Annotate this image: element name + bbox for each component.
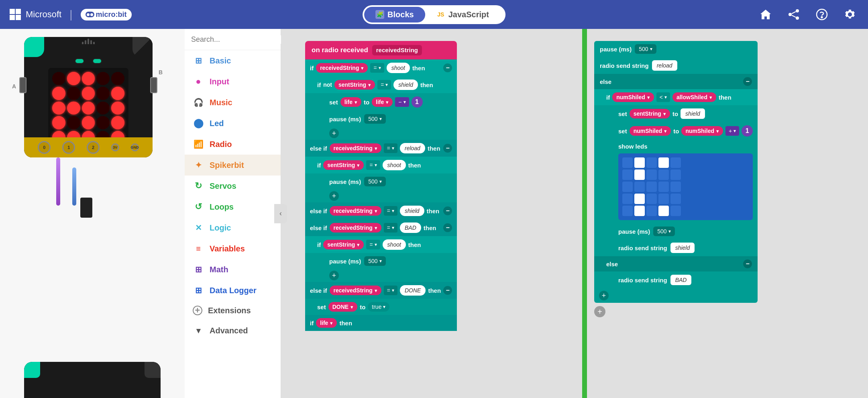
done-arrow: ▾ [350, 304, 353, 310]
sidebar-item-math[interactable]: ⊞ Math [185, 259, 281, 280]
life-var-2[interactable]: life ▾ [316, 318, 337, 328]
collapse-btn-3[interactable]: − [443, 206, 452, 215]
life-val-dropdown[interactable]: life ▾ [372, 97, 393, 107]
else-if-shield-block[interactable]: else if receivedString ▾ = ▾ shield then [305, 202, 457, 219]
eq-op-7[interactable]: = ▾ [366, 240, 380, 249]
eq-op-3[interactable]: = ▾ [384, 143, 397, 153]
minus-op[interactable]: − ▾ [395, 97, 409, 107]
tab-blocks[interactable]: 🧩 Blocks [364, 7, 425, 22]
eq-op-4[interactable]: = ▾ [366, 160, 380, 170]
r-pause-value-1[interactable]: 500 ▾ [635, 44, 656, 54]
life-var-dropdown[interactable]: life ▾ [340, 97, 361, 107]
pause-value-3[interactable]: 500 ▾ [364, 256, 385, 266]
sidebar-item-extensions[interactable]: + Extensions [185, 301, 281, 320]
r-set-sentstring-shield[interactable]: set sentString ▾ to shield [594, 105, 758, 122]
done-var-dropdown[interactable]: DONE ▾ [328, 302, 357, 312]
sidebar-item-data-logger[interactable]: ⊞ Data Logger [185, 280, 281, 301]
eq-op-1[interactable]: = ▾ [370, 63, 384, 73]
else-if-reload-block[interactable]: else if receivedString ▾ = ▾ reload then [305, 140, 457, 157]
r-pause-block-2[interactable]: pause (ms) 500 ▾ [594, 223, 758, 239]
r-plus-btn[interactable]: + [599, 291, 609, 300]
received-string-var-4[interactable]: receivedString ▾ [330, 223, 381, 233]
true-dropdown[interactable]: true ▾ [368, 302, 389, 312]
pause-value-1[interactable]: 500 ▾ [364, 114, 385, 124]
else-if-bad-block[interactable]: else if receivedString ▾ = ▾ BAD then − [305, 219, 457, 236]
tab-dropdown-arrow[interactable]: ▾ [489, 10, 493, 19]
r-set-numshiled-block[interactable]: set numShiled ▾ to numShiled ▾ + ▾ [594, 122, 758, 140]
r-plus-op[interactable]: + ▾ [725, 126, 739, 136]
pause-value-2[interactable]: 500 ▾ [364, 177, 385, 186]
received-string-var-3[interactable]: receivedString ▾ [330, 206, 381, 216]
sent-string-var-3[interactable]: sentString ▾ [323, 240, 364, 249]
collapse-btn-2[interactable]: − [443, 144, 452, 153]
sidebar-collapse-toggle[interactable]: ‹ [274, 204, 287, 223]
button-b[interactable] [150, 77, 157, 93]
block-workspace[interactable]: on radio received receivedString if rece… [281, 29, 868, 398]
received-string-var-2[interactable]: receivedString ▾ [330, 143, 381, 153]
r-collapse-else-2[interactable]: − [743, 259, 752, 268]
r-if-numshiled-block[interactable]: if numShiled ▾ < ▾ allowShiled ▾ then [594, 89, 758, 105]
tab-javascript[interactable]: JS JavaScript ▾ [425, 7, 504, 22]
sidebar-item-led[interactable]: ⬤ Led [185, 113, 281, 134]
expand-1[interactable]: − [443, 63, 452, 72]
pause-block-1[interactable]: pause (ms) 500 ▾ [305, 111, 457, 127]
help-button[interactable] [813, 6, 830, 23]
r-numshiled-var[interactable]: numShiled ▾ [612, 92, 654, 102]
if-sent-shoot-block[interactable]: if sentString ▾ = ▾ shoot then [305, 157, 457, 173]
r-numshiled-val-2[interactable]: numShiled ▾ [681, 126, 723, 136]
sidebar-item-input[interactable]: ● Input [185, 71, 281, 92]
if-not-shield-block[interactable]: if not sentString ▾ = ▾ shield then [305, 76, 457, 93]
sent-string-var[interactable]: sentString ▾ [334, 80, 375, 90]
settings-button[interactable] [842, 6, 858, 23]
plus-btn-1[interactable]: + [329, 129, 339, 138]
sidebar-item-variables[interactable]: ≡ Variables [185, 238, 281, 259]
if-life-block[interactable]: if life ▾ then [305, 315, 457, 331]
r-allowshiled-var[interactable]: allowShiled ▾ [672, 92, 716, 102]
share-button[interactable] [785, 6, 802, 23]
sent-string-var-2[interactable]: sentString ▾ [323, 160, 364, 170]
sidebar-scroll[interactable]: ⊞ Basic ● Input 🎧 Music ⬤ Led 📶 Radio ✦ [185, 50, 281, 398]
sidebar-item-spikerbit[interactable]: ✦ Spikerbit [185, 155, 281, 176]
sidebar-item-loops[interactable]: ↺ Loops [185, 196, 281, 217]
r-radio-send-shield[interactable]: radio send string shield [594, 239, 758, 256]
r-radio-send-bad[interactable]: radio send string BAD [594, 271, 758, 288]
microbit-logo[interactable]: micro:bit [81, 9, 132, 20]
else-if-done-block[interactable]: else if receivedString ▾ = ▾ DONE then − [305, 282, 457, 299]
hat-block[interactable]: on radio received receivedString [305, 41, 457, 59]
if-sent-shoot-block-2[interactable]: if sentString ▾ = ▾ shoot then [305, 236, 457, 253]
r-pause-value-2[interactable]: 500 ▾ [653, 227, 674, 236]
search-input[interactable] [191, 35, 284, 44]
eq-op-8[interactable]: = ▾ [384, 286, 397, 295]
sidebar-item-radio[interactable]: 📶 Radio [185, 134, 281, 155]
if-shoot-block[interactable]: if receivedString ▾ = ▾ shoot then − [305, 59, 457, 76]
collapse-btn-4[interactable]: − [443, 223, 452, 232]
received-string-var-5[interactable]: receivedString ▾ [330, 286, 381, 295]
r-collapse-else-1[interactable]: − [743, 77, 752, 86]
received-string-var-1[interactable]: receivedString ▾ [316, 63, 368, 73]
r-radio-send-reload[interactable]: radio send string reload [594, 57, 758, 74]
r-numshiled-dropdown[interactable]: numShiled ▾ [630, 126, 671, 136]
set-done-block[interactable]: set DONE ▾ to true ▾ [305, 299, 457, 315]
pause-block-2[interactable]: pause (ms) 500 ▾ [305, 173, 457, 190]
home-button[interactable] [757, 6, 774, 23]
eq-op-2[interactable]: = ▾ [377, 80, 391, 90]
r-show-leds-block[interactable]: show leds [594, 140, 758, 223]
eq-op-5[interactable]: = ▾ [384, 206, 397, 216]
plus-btn-3[interactable]: + [329, 271, 339, 280]
r-sentstring-dropdown[interactable]: sentString ▾ [630, 109, 670, 118]
block-canvas-area[interactable]: on radio received receivedString if rece… [281, 29, 868, 398]
sidebar-item-servos[interactable]: ↻ Servos [185, 176, 281, 196]
r-lt-op[interactable]: < ▾ [656, 92, 670, 102]
collapse-btn-5[interactable]: − [443, 286, 452, 295]
sidebar-item-advanced[interactable]: ▾ Advanced [185, 320, 281, 341]
plus-btn-2[interactable]: + [329, 191, 339, 201]
sidebar-item-music[interactable]: 🎧 Music [185, 92, 281, 113]
r-pause-block-1[interactable]: pause (ms) 500 ▾ [594, 41, 758, 57]
eq-op-6[interactable]: = ▾ [384, 223, 397, 233]
set-life-block[interactable]: set life ▾ to life ▾ − ▾ 1 [305, 93, 457, 111]
sidebar-item-basic[interactable]: ⊞ Basic [185, 50, 281, 71]
sidebar-item-logic[interactable]: ✕ Logic [185, 217, 281, 238]
pause-block-3[interactable]: pause (ms) 500 ▾ [305, 253, 457, 269]
button-a[interactable] [19, 77, 26, 93]
r-bottom-plus-btn[interactable]: + [594, 306, 605, 317]
